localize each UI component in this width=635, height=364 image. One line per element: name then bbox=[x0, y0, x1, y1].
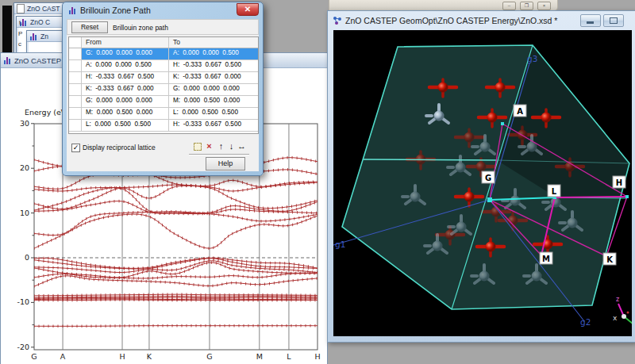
add-row-icon[interactable] bbox=[192, 141, 202, 151]
maximize-button[interactable] bbox=[603, 14, 624, 27]
kpoint-label: M bbox=[540, 252, 552, 264]
from-cell[interactable]: K: -0.333 0.667 0.000 bbox=[82, 84, 169, 95]
svg-text:z: z bbox=[616, 296, 619, 303]
help-button[interactable]: Help bbox=[206, 157, 245, 171]
background-window-top[interactable]: – ❐ × bbox=[329, 0, 558, 11]
from-cell[interactable]: L: 0.000 0.500 0.500 bbox=[82, 120, 169, 131]
kpoint-label: G bbox=[482, 171, 495, 183]
from-cell[interactable]: G: 0.000 0.000 0.000 bbox=[82, 48, 169, 59]
table-row[interactable]: H: -0.333 0.667 0.500K: -0.333 0.667 0.0… bbox=[69, 72, 258, 84]
kpoint-marker bbox=[501, 122, 504, 125]
window-title: ZnO CASTEP G bbox=[14, 56, 69, 65]
dialog-title: Brillouin Zone Path bbox=[80, 6, 151, 15]
move-up-icon[interactable]: ↑ bbox=[216, 141, 226, 151]
from-cell[interactable]: M: 0.000 0.500 0.000 bbox=[82, 108, 169, 119]
to-cell[interactable]: H: -0.333 0.667 0.500 bbox=[169, 60, 258, 71]
column-header-from: From bbox=[82, 37, 169, 48]
swap-icon[interactable]: ↔ bbox=[237, 141, 247, 151]
text-fragment: c bbox=[18, 40, 21, 48]
brillouin-zone-path-dialog[interactable]: Brillouin Zone Path ✕ Reset Brillouin zo… bbox=[62, 2, 264, 176]
structure-viewport[interactable]: g1g2g3AGHLMKxz bbox=[333, 30, 632, 336]
move-down-icon[interactable]: ↓ bbox=[226, 141, 237, 151]
svg-text:x: x bbox=[613, 314, 618, 322]
to-cell[interactable]: G: 0.000 0.000 0.000 bbox=[169, 84, 258, 95]
chart-icon bbox=[29, 33, 38, 40]
dialog-icon bbox=[68, 6, 77, 14]
kpoint-label: A bbox=[514, 105, 526, 117]
restore-icon[interactable]: ❐ bbox=[520, 2, 533, 10]
row-selector[interactable] bbox=[69, 96, 82, 107]
table-row[interactable]: L: 0.000 0.500 0.500H: -0.333 0.667 0.50… bbox=[69, 120, 258, 132]
close-button[interactable]: ✕ bbox=[237, 3, 259, 16]
minimize-button[interactable] bbox=[580, 14, 601, 27]
table-row[interactable]: M: 0.000 0.500 0.000L: 0.000 0.500 0.500 bbox=[69, 108, 258, 120]
table-row[interactable]: A: 0.000 0.000 0.500H: -0.333 0.667 0.50… bbox=[69, 60, 258, 72]
window-title: ZnO CAST bbox=[27, 5, 60, 13]
table-row[interactable]: G: 0.000 0.000 0.000M: 0.000 0.500 0.000 bbox=[69, 96, 258, 108]
dialog-body: Reset Brillouin zone path From To G: 0.0… bbox=[67, 19, 259, 171]
path-label: Brillouin zone path bbox=[113, 24, 168, 32]
delete-row-icon[interactable]: × bbox=[204, 141, 214, 151]
row-selector[interactable] bbox=[69, 72, 82, 83]
window-titlebar[interactable]: ZnO C bbox=[17, 17, 63, 28]
svg-text:H: H bbox=[314, 352, 320, 361]
column-header-to: To bbox=[169, 37, 258, 48]
svg-text:G: G bbox=[206, 352, 212, 361]
svg-text:30: 30 bbox=[20, 119, 29, 128]
svg-text:10: 10 bbox=[20, 209, 29, 217]
from-cell[interactable]: A: 0.000 0.000 0.500 bbox=[82, 60, 169, 71]
to-cell[interactable]: L: 0.000 0.500 0.500 bbox=[169, 108, 258, 119]
window-titlebar[interactable]: Zn bbox=[27, 31, 63, 42]
from-cell[interactable]: H: -0.333 0.667 0.500 bbox=[82, 72, 169, 83]
separator bbox=[189, 154, 249, 155]
kpoint-marker bbox=[487, 197, 492, 202]
row-selector[interactable] bbox=[69, 84, 82, 95]
to-cell[interactable]: K: -0.333 0.667 0.000 bbox=[169, 72, 258, 83]
table-header: From To bbox=[69, 37, 258, 48]
structure-viewer-window[interactable]: ZnO CASTEP GeomOpt\ZnO CASTEP Energy\ZnO… bbox=[327, 10, 635, 343]
table-row[interactable]: G: 0.000 0.000 0.000A: 0.000 0.000 0.500 bbox=[69, 48, 258, 60]
chart-icon bbox=[3, 56, 12, 64]
row-selector-column bbox=[69, 37, 82, 48]
to-cell[interactable]: H: -0.333 0.667 0.500 bbox=[169, 120, 258, 131]
svg-text:G: G bbox=[31, 352, 37, 361]
window-title: Zn bbox=[40, 33, 48, 40]
svg-text:0: 0 bbox=[25, 253, 29, 262]
kpoint-label: H bbox=[613, 176, 625, 188]
svg-text:A: A bbox=[60, 352, 66, 361]
checkbox-label: Display reciprocal lattice bbox=[83, 144, 156, 151]
window-title: ZnO CASTEP GeomOpt\ZnO CASTEP Energy\ZnO… bbox=[345, 16, 557, 25]
svg-text:20: 20 bbox=[20, 163, 29, 172]
svg-text:A: A bbox=[517, 107, 523, 116]
close-icon[interactable]: × bbox=[537, 2, 551, 10]
svg-text:G: G bbox=[485, 174, 491, 182]
row-selector[interactable] bbox=[69, 120, 82, 131]
display-reciprocal-lattice-checkbox[interactable]: ✓ bbox=[71, 144, 80, 152]
row-selector[interactable] bbox=[69, 60, 82, 71]
svg-text:L: L bbox=[287, 352, 291, 361]
reciprocal-axis-label: g1 bbox=[335, 239, 345, 249]
minimize-icon[interactable]: – bbox=[502, 2, 516, 10]
svg-text:M: M bbox=[256, 352, 263, 361]
svg-text:-20: -20 bbox=[17, 343, 29, 351]
kpoint-marker bbox=[625, 195, 629, 198]
svg-text:H: H bbox=[616, 178, 622, 187]
row-selector[interactable] bbox=[69, 108, 82, 119]
kpath-table[interactable]: From To G: 0.000 0.000 0.000A: 0.000 0.0… bbox=[68, 36, 259, 134]
background-window-3[interactable]: Zn bbox=[26, 30, 64, 55]
kpoint-label: L bbox=[548, 185, 560, 197]
table-row[interactable]: K: -0.333 0.667 0.000G: 0.000 0.000 0.00… bbox=[69, 84, 258, 96]
svg-text:-10: -10 bbox=[17, 297, 29, 306]
dialog-titlebar[interactable]: Brillouin Zone Path bbox=[63, 2, 263, 18]
to-cell[interactable]: M: 0.000 0.500 0.000 bbox=[169, 96, 258, 107]
molecule-icon bbox=[333, 16, 342, 25]
reset-button[interactable]: Reset bbox=[71, 21, 108, 33]
from-cell[interactable]: G: 0.000 0.000 0.000 bbox=[82, 96, 169, 107]
text-fragment: P bbox=[18, 30, 22, 37]
row-selector[interactable] bbox=[69, 48, 82, 59]
application-window: ZnO CAST ZnO C t. P c Zn ZnO CASTEP G 30… bbox=[0, 0, 635, 364]
reciprocal-axis-label: g3 bbox=[527, 54, 537, 63]
svg-text:K: K bbox=[606, 255, 614, 264]
window-titlebar[interactable]: ZnO CAST bbox=[14, 3, 63, 14]
to-cell[interactable]: A: 0.000 0.000 0.500 bbox=[169, 48, 258, 59]
